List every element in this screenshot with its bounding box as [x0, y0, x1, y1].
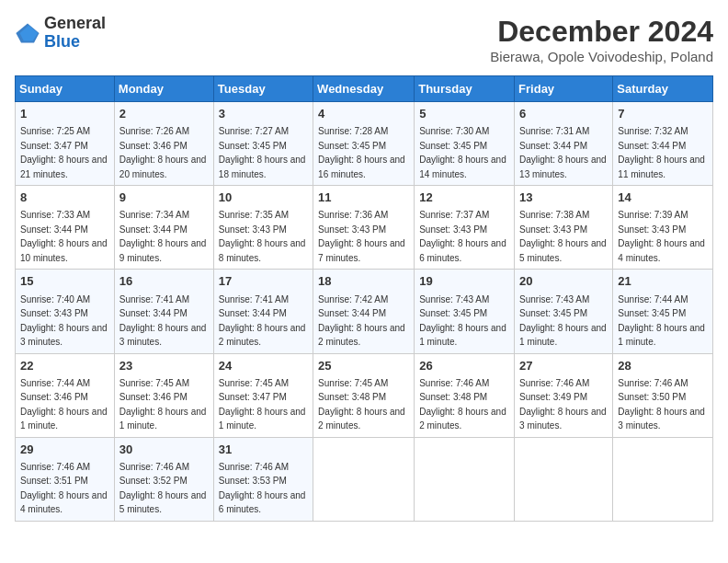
- table-row: 19 Sunrise: 7:43 AMSunset: 3:45 PMDaylig…: [415, 270, 515, 353]
- table-row: 27 Sunrise: 7:46 AMSunset: 3:49 PMDaylig…: [515, 353, 613, 437]
- calendar-header-row: Sunday Monday Tuesday Wednesday Thursday…: [16, 76, 713, 102]
- table-row: 1 Sunrise: 7:25 AMSunset: 3:47 PMDayligh…: [16, 102, 115, 186]
- table-row: 20 Sunrise: 7:43 AMSunset: 3:45 PMDaylig…: [515, 270, 613, 353]
- logo-blue-text: Blue: [44, 32, 80, 51]
- calendar-row: 1 Sunrise: 7:25 AMSunset: 3:47 PMDayligh…: [16, 102, 713, 186]
- table-row: 17 Sunrise: 7:41 AMSunset: 3:44 PMDaylig…: [213, 270, 313, 353]
- logo: General Blue: [15, 15, 106, 52]
- table-row: 30 Sunrise: 7:46 AMSunset: 3:52 PMDaylig…: [114, 437, 213, 521]
- table-row: 12 Sunrise: 7:37 AMSunset: 3:43 PMDaylig…: [415, 186, 515, 270]
- table-row: 18 Sunrise: 7:42 AMSunset: 3:44 PMDaylig…: [313, 270, 415, 353]
- table-row: 23 Sunrise: 7:45 AMSunset: 3:46 PMDaylig…: [114, 353, 213, 437]
- table-row: 10 Sunrise: 7:35 AMSunset: 3:43 PMDaylig…: [213, 186, 313, 270]
- table-row: 26 Sunrise: 7:46 AMSunset: 3:48 PMDaylig…: [415, 353, 515, 437]
- calendar-table: Sunday Monday Tuesday Wednesday Thursday…: [15, 75, 713, 522]
- table-row: 22 Sunrise: 7:44 AMSunset: 3:46 PMDaylig…: [16, 353, 115, 437]
- table-row: 15 Sunrise: 7:40 AMSunset: 3:43 PMDaylig…: [16, 270, 115, 353]
- col-monday: Monday: [114, 76, 213, 102]
- table-row: 14 Sunrise: 7:39 AMSunset: 3:43 PMDaylig…: [613, 186, 713, 270]
- table-row: 21 Sunrise: 7:44 AMSunset: 3:45 PMDaylig…: [613, 270, 713, 353]
- col-sunday: Sunday: [16, 76, 115, 102]
- page-header: General Blue December 2024 Bierawa, Opol…: [15, 15, 713, 64]
- table-row: 11 Sunrise: 7:36 AMSunset: 3:43 PMDaylig…: [313, 186, 415, 270]
- empty-cell: [613, 437, 713, 521]
- title-block: December 2024 Bierawa, Opole Voivodeship…: [490, 15, 713, 64]
- table-row: 7 Sunrise: 7:32 AMSunset: 3:44 PMDayligh…: [613, 102, 713, 186]
- table-row: 31 Sunrise: 7:46 AMSunset: 3:53 PMDaylig…: [213, 437, 313, 521]
- table-row: 28 Sunrise: 7:46 AMSunset: 3:50 PMDaylig…: [613, 353, 713, 437]
- empty-cell: [415, 437, 515, 521]
- empty-cell: [515, 437, 613, 521]
- table-row: 13 Sunrise: 7:38 AMSunset: 3:43 PMDaylig…: [515, 186, 613, 270]
- table-row: 29 Sunrise: 7:46 AMSunset: 3:51 PMDaylig…: [16, 437, 115, 521]
- table-row: 25 Sunrise: 7:45 AMSunset: 3:48 PMDaylig…: [313, 353, 415, 437]
- month-title: December 2024: [490, 15, 713, 49]
- col-saturday: Saturday: [613, 76, 713, 102]
- table-row: 6 Sunrise: 7:31 AMSunset: 3:44 PMDayligh…: [515, 102, 613, 186]
- logo-general-text: General: [44, 14, 106, 32]
- col-wednesday: Wednesday: [313, 76, 415, 102]
- empty-cell: [313, 437, 415, 521]
- table-row: 5 Sunrise: 7:30 AMSunset: 3:45 PMDayligh…: [415, 102, 515, 186]
- calendar-row: 29 Sunrise: 7:46 AMSunset: 3:51 PMDaylig…: [16, 437, 713, 521]
- table-row: 8 Sunrise: 7:33 AMSunset: 3:44 PMDayligh…: [16, 186, 115, 270]
- col-tuesday: Tuesday: [213, 76, 313, 102]
- col-friday: Friday: [515, 76, 613, 102]
- table-row: 24 Sunrise: 7:45 AMSunset: 3:47 PMDaylig…: [213, 353, 313, 437]
- calendar-row: 8 Sunrise: 7:33 AMSunset: 3:44 PMDayligh…: [16, 186, 713, 270]
- calendar-row: 22 Sunrise: 7:44 AMSunset: 3:46 PMDaylig…: [16, 353, 713, 437]
- table-row: 2 Sunrise: 7:26 AMSunset: 3:46 PMDayligh…: [114, 102, 213, 186]
- table-row: 4 Sunrise: 7:28 AMSunset: 3:45 PMDayligh…: [313, 102, 415, 186]
- table-row: 3 Sunrise: 7:27 AMSunset: 3:45 PMDayligh…: [213, 102, 313, 186]
- calendar-row: 15 Sunrise: 7:40 AMSunset: 3:43 PMDaylig…: [16, 270, 713, 353]
- table-row: 16 Sunrise: 7:41 AMSunset: 3:44 PMDaylig…: [114, 270, 213, 353]
- location-subtitle: Bierawa, Opole Voivodeship, Poland: [490, 49, 713, 64]
- logo-icon: [15, 20, 40, 46]
- col-thursday: Thursday: [415, 76, 515, 102]
- table-row: 9 Sunrise: 7:34 AMSunset: 3:44 PMDayligh…: [114, 186, 213, 270]
